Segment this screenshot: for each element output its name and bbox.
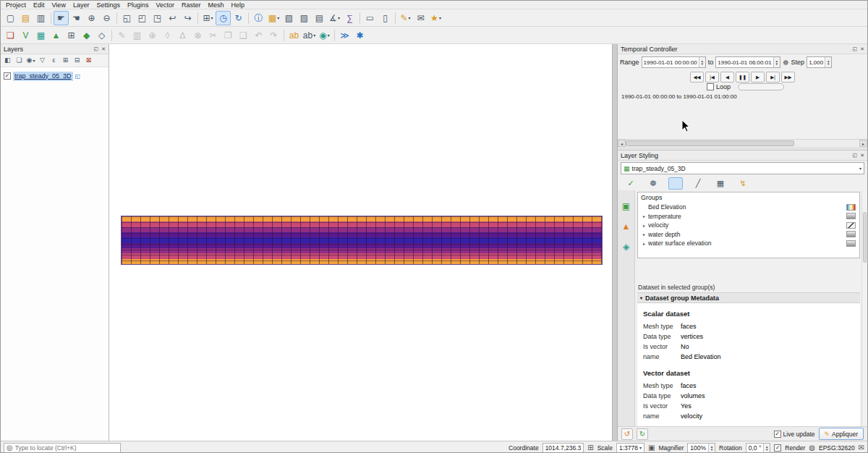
labeling-icon[interactable]: ab [286, 28, 302, 43]
zoom-to-layer-icon[interactable]: ◳ [150, 11, 165, 25]
spinner[interactable]: ▴ ▾ [699, 57, 705, 67]
add-delimited-text-icon[interactable]: ⊞ [64, 28, 79, 43]
crs-value[interactable]: EPSG:32620 [819, 444, 855, 452]
mesh-3d-tab[interactable]: ↯ [736, 177, 750, 190]
expand-all-icon[interactable]: ⊞ [60, 55, 71, 66]
loop-checkbox[interactable] [707, 83, 714, 90]
new-bookmark-icon[interactable]: ★ ▾ [428, 11, 443, 25]
filter-legend-icon[interactable]: ▽ [37, 55, 48, 66]
rewind-button[interactable]: ◀◀ [690, 72, 704, 82]
pan-map-icon[interactable]: ☛ [54, 11, 69, 25]
symbology-panel-icon[interactable]: ▣ [618, 199, 634, 213]
identify-features-icon[interactable]: ⓘ [251, 11, 266, 25]
crs-icon[interactable]: ◍ [809, 444, 815, 452]
range-start-input[interactable]: 1990-01-01 00:00:00 ▴ ▾ [642, 56, 706, 68]
add-mesh-layer-icon[interactable]: ▲ [48, 28, 64, 43]
spinner[interactable]: ▴ ▾ [773, 57, 780, 67]
new-project-icon[interactable]: ▢ [3, 11, 18, 25]
open-attribute-table-icon[interactable]: ▤ [312, 11, 327, 25]
move-feature-icon[interactable]: ◊ [160, 28, 175, 43]
styling-layer-selector[interactable]: ▦ trap_steady_05_3D ▾ [621, 162, 864, 174]
history-panel-icon[interactable]: ◈ [618, 240, 634, 254]
apply-button[interactable]: ✎ Appliquer [819, 428, 864, 440]
skip-start-button[interactable]: |◀ [705, 72, 719, 82]
step-back-button[interactable]: ◀ [720, 72, 734, 82]
panel-float-icon[interactable]: ◱ [853, 46, 858, 52]
manage-map-themes-icon[interactable]: ◉ ▾ [25, 55, 36, 66]
panel-close-icon[interactable]: ✕ [860, 153, 864, 158]
open-data-source-manager-icon[interactable]: ❏ [3, 28, 18, 43]
dataset-group-row[interactable]: ▸ water depth [638, 230, 859, 240]
rotation-spinbox[interactable]: 0,0 ° ▴ ▾ [746, 443, 771, 453]
python-console-icon[interactable]: ≫ [337, 28, 352, 43]
new-shapefile-icon[interactable]: ◇ [94, 28, 109, 43]
menu-item[interactable]: Settings [93, 1, 124, 9]
coordinate-value[interactable]: 1014.7,236.3 [542, 443, 584, 453]
spinner[interactable]: ▴ ▾ [763, 444, 770, 452]
elevation-panel-icon[interactable]: ▲ [618, 219, 634, 234]
time-slider[interactable] [738, 83, 784, 90]
collapse-all-icon[interactable]: ⊟ [72, 55, 82, 66]
layer-name[interactable]: trap_steady_05_3D [13, 72, 73, 81]
layer-visibility-checkbox[interactable]: ✓ [4, 72, 11, 80]
diagram-icon[interactable]: ◉ ▾ [317, 28, 332, 43]
open-layer-styling-icon[interactable]: ◧ [2, 55, 13, 66]
add-vector-layer-icon[interactable]: V [18, 28, 33, 43]
zoom-to-selection-icon[interactable]: ◰ [135, 11, 150, 25]
map-canvas[interactable] [109, 44, 612, 441]
magnifier-spinbox[interactable]: 100% ▴ ▾ [687, 443, 715, 453]
select-by-form-icon[interactable]: ▨ [297, 11, 312, 25]
dataset-group-row[interactable]: ▸ velocity [638, 221, 859, 230]
save-project-icon[interactable]: ▥ [33, 11, 48, 25]
vector-tab[interactable]: ╱ [691, 177, 705, 190]
scale-combo[interactable]: 1:3778 ▾ [616, 443, 644, 453]
label-options-icon[interactable]: ab ▾ [302, 28, 317, 43]
step-forward-button[interactable]: ▶| [766, 72, 780, 82]
temporal-settings-icon[interactable]: ☸ [783, 59, 789, 67]
menu-item[interactable]: View [48, 1, 69, 9]
expand-arrow-icon[interactable]: ▸ [643, 213, 648, 219]
measure-icon[interactable]: ∡ ▾ [327, 11, 342, 25]
annotation-icon[interactable]: ✎ ▾ [398, 11, 413, 25]
scrollbar-thumb[interactable] [863, 212, 867, 263]
menu-item[interactable]: Layer [69, 1, 93, 9]
zoom-out-icon[interactable]: ⊖ [99, 11, 114, 25]
open-project-icon[interactable]: ▤ [18, 11, 33, 25]
table-tab[interactable]: ▦ [713, 177, 728, 190]
new-geopackage-icon[interactable]: ◆ [79, 28, 94, 43]
zoom-full-icon[interactable]: ◱ [119, 11, 135, 25]
remove-layer-icon[interactable]: ⊠ [83, 55, 94, 66]
select-features-icon[interactable]: ▦ ▾ [266, 11, 281, 25]
panel-float-icon[interactable]: ◱ [94, 46, 99, 52]
style-history-button[interactable]: ↻ [637, 428, 648, 440]
menu-item[interactable]: Raster [178, 1, 205, 9]
paste-features-icon[interactable]: ❑ [236, 28, 251, 43]
symbology-tab[interactable]: ✓ [624, 177, 638, 190]
dock-splitter-vertical[interactable] [612, 44, 618, 441]
panel-float-icon[interactable]: ◱ [853, 153, 858, 158]
menu-item[interactable]: Help [228, 1, 249, 9]
vertex-tool-icon[interactable]: ∆ [175, 28, 190, 43]
panel-close-icon[interactable]: ✕ [101, 46, 106, 52]
scroll-right-icon[interactable]: ▸ [859, 140, 867, 147]
delete-selected-icon[interactable]: ⊗ [190, 28, 205, 43]
pause-button[interactable]: ❚❚ [736, 72, 749, 82]
live-update-checkbox[interactable]: ✓ [774, 431, 781, 438]
deselect-features-icon[interactable]: ▧ [281, 11, 297, 25]
menu-item[interactable]: Vector [152, 1, 178, 9]
panel-close-icon[interactable]: ✕ [860, 46, 864, 52]
scrollbar-thumb[interactable] [626, 140, 794, 146]
redo-icon[interactable]: ↷ [266, 28, 281, 43]
cut-features-icon[interactable]: ✂ [205, 28, 221, 43]
range-end-input[interactable]: 1990-01-01 06:00:01 ▴ ▾ [715, 56, 780, 68]
spinner[interactable]: ▴ ▾ [825, 57, 831, 67]
spinner[interactable]: ▴ ▾ [708, 444, 715, 452]
copy-features-icon[interactable]: ❐ [221, 28, 236, 43]
new-map-view-icon[interactable]: ⊞ ▾ [200, 11, 216, 25]
layer-item[interactable]: ✓ trap_steady_05_3D ◱ [4, 71, 109, 81]
reset-style-button[interactable]: ↺ [621, 428, 633, 440]
map-tips-icon[interactable]: ✉ [413, 11, 428, 25]
dataset-group-row[interactable]: Bed Elevation [638, 203, 859, 212]
expand-arrow-icon[interactable]: ▸ [643, 223, 648, 228]
zoom-in-icon[interactable]: ⊕ [84, 11, 99, 25]
